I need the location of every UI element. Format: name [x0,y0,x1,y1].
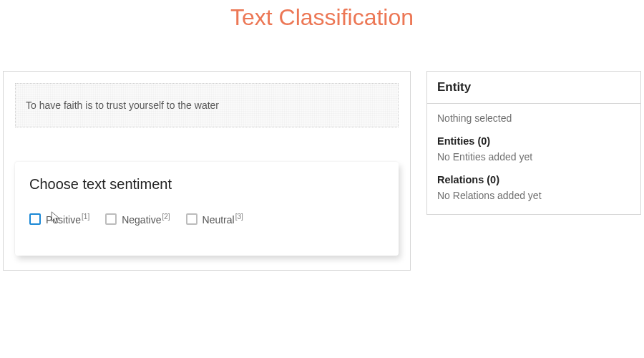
checkbox-positive[interactable] [29,213,41,225]
entity-panel-body: Nothing selected Entities (0) No Entitie… [427,104,640,214]
relations-empty-text: No Relations added yet [437,190,630,201]
option-label-neutral: Neutral[3] [203,213,243,226]
content-wrap: To have faith is to trust yourself to th… [0,71,644,271]
options-row: Positive[1] Negative[2] Neutral[3] [29,213,384,226]
checkbox-neutral[interactable] [186,213,197,225]
option-negative[interactable]: Negative[2] [105,213,170,226]
page-title: Text Classification [0,0,644,45]
option-label-positive: Positive[1] [46,213,89,226]
entities-section-label: Entities (0) [437,135,630,147]
option-neutral[interactable]: Neutral[3] [186,213,243,226]
option-shortcut: [2] [162,213,170,221]
option-shortcut: [1] [82,213,89,221]
entity-panel-title: Entity [427,72,640,104]
entities-empty-text: No Entities added yet [437,151,630,163]
option-shortcut: [3] [235,213,243,221]
relations-section-label: Relations (0) [437,174,630,185]
option-text: Neutral [203,214,235,226]
option-text: Negative [122,214,161,226]
main-panel: To have faith is to trust yourself to th… [3,71,411,271]
classify-card: Choose text sentiment Positive[1] Negati… [15,162,399,256]
nothing-selected-text: Nothing selected [437,112,630,124]
option-text: Positive [46,214,81,226]
card-title: Choose text sentiment [29,176,384,193]
option-positive[interactable]: Positive[1] [29,213,89,226]
checkbox-negative[interactable] [105,213,117,225]
text-sample[interactable]: To have faith is to trust yourself to th… [15,83,399,127]
entity-panel: Entity Nothing selected Entities (0) No … [426,71,641,215]
option-label-negative: Negative[2] [122,213,170,226]
